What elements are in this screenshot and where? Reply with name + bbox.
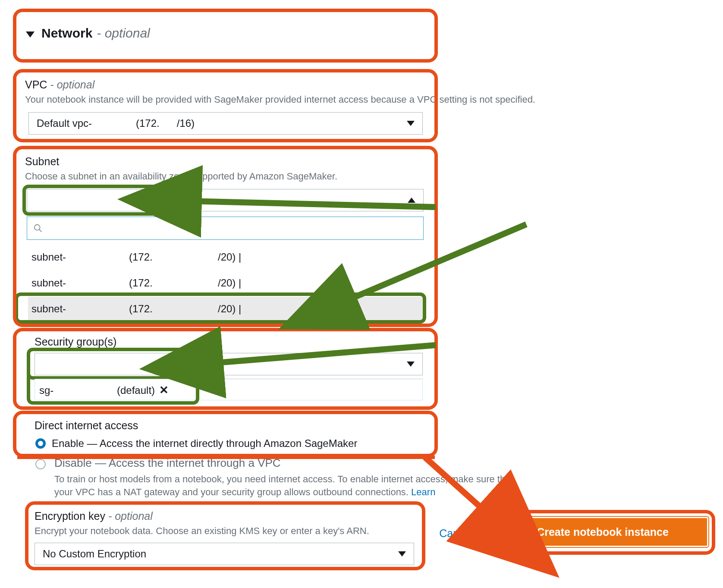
chevron-down-icon [407,121,415,126]
chevron-down-icon [398,551,406,557]
enc-selected: No Custom Encryption [43,548,146,560]
radio-checked-icon [35,438,46,449]
subnet-option-0[interactable]: subnet- (172. /20) | [28,245,425,269]
enc-label: Encryption key [35,510,105,522]
search-icon [33,223,43,233]
cancel-button[interactable]: Cancel [439,527,473,540]
subnet-label: Subnet [25,155,59,168]
sg-chip-prefix: sg- [39,384,113,396]
vpc-hint: Your notebook instance will be provided … [25,93,663,106]
svg-line-1 [39,230,42,232]
subnet-search[interactable] [27,217,424,240]
sg-label: Security group(s) [35,336,116,348]
highlight-dia [13,411,438,457]
enc-hint: Encrypt your notebook data. Choose an ex… [35,525,431,538]
create-notebook-button[interactable]: Create notebook instance [497,517,708,547]
network-title: Network [41,26,92,41]
vpc-optional: - optional [50,79,94,91]
network-optional: - optional [97,26,150,41]
svg-point-0 [35,225,40,230]
dia-enable-text: Enable — Access the internet directly th… [52,437,357,450]
vpc-select[interactable]: Default vpc- (172. /16) [28,112,423,135]
sg-select[interactable] [35,353,423,375]
chevron-down-icon [407,362,415,367]
subnet-option-2[interactable]: subnet- (172. /20) | [28,297,425,321]
caret-down-icon [26,26,37,41]
dia-help: To train or host models from a notebook,… [54,474,513,497]
vpc-selected-cidr-close: /16) [177,117,195,129]
vpc-label: VPC [25,79,47,91]
sg-chip-suffix: (default) [117,384,155,396]
subnet-hint: Choose a subnet in an availability zone … [25,170,431,183]
enc-optional: - optional [108,510,153,522]
dia-disable-row[interactable] [35,459,46,469]
chevron-up-icon [408,198,415,203]
chip-remove-icon[interactable]: ✕ [159,384,169,397]
dia-learn-link[interactable]: Learn [411,487,435,497]
subnet-option-1[interactable]: subnet- (172. /20) | [28,271,425,295]
enc-select[interactable]: No Custom Encryption [35,543,414,565]
vpc-selected-prefix: Default vpc- [37,117,119,129]
dia-enable-row[interactable]: Enable — Access the internet directly th… [35,437,357,450]
vpc-selected-cidr-open: (172. [136,117,160,129]
radio-unchecked-icon [35,459,46,469]
subnet-select[interactable] [27,189,424,211]
network-section-header[interactable]: Network - optional [26,26,150,41]
dia-label: Direct internet access [35,419,138,432]
